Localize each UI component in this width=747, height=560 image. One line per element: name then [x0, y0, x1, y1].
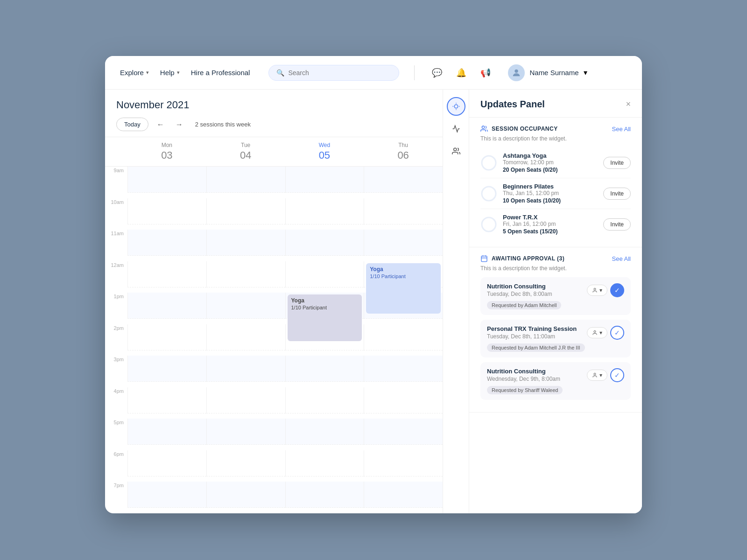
explore-chevron-icon: ▾: [146, 70, 149, 76]
svg-point-20: [594, 373, 596, 375]
time-cell-0-0[interactable]: [127, 167, 206, 193]
time-cell-0-4[interactable]: [127, 293, 206, 319]
close-updates-button[interactable]: ×: [626, 99, 631, 109]
prev-week-button[interactable]: ←: [154, 119, 167, 131]
chart-icon-button[interactable]: [447, 119, 465, 138]
occupancy-info-2: Power T.R.X Fri, Jan 16, 12:00 pm 5 Open…: [503, 214, 598, 235]
nav-hire-professional[interactable]: Hire a Professional: [191, 69, 250, 77]
time-cell-2-1[interactable]: [285, 198, 364, 224]
nav-explore[interactable]: Explore ▾: [120, 69, 149, 77]
time-cell-3-0[interactable]: [364, 167, 443, 193]
approve-outline-button-1[interactable]: ✓: [610, 326, 624, 340]
time-gutter: [105, 137, 127, 166]
time-cell-0-6[interactable]: [127, 356, 206, 382]
time-cell-0-7[interactable]: [127, 387, 206, 413]
time-cell-3-6[interactable]: [364, 356, 443, 382]
time-cell-3-10[interactable]: [364, 482, 443, 508]
time-cell-1-5[interactable]: [206, 324, 285, 350]
invite-button-0[interactable]: Invite: [603, 157, 631, 169]
approval-card-0-actions: ▾ ✓: [587, 283, 624, 297]
time-cell-1-0[interactable]: [206, 167, 285, 193]
svg-point-12: [482, 217, 496, 231]
approval-card-2-actions: ▾ ✓: [587, 368, 624, 382]
occupancy-item-1: Beginners Pilates Thu, Jan 15, 12:00 pm …: [480, 178, 631, 209]
session-occupancy-description: This is a description for the widget.: [480, 135, 631, 142]
session-occupancy-see-all[interactable]: See All: [612, 126, 631, 133]
approval-person-button-0[interactable]: ▾: [587, 285, 607, 296]
time-cell-2-7[interactable]: [285, 387, 364, 413]
awaiting-approval-see-all[interactable]: See All: [612, 255, 631, 262]
time-cell-3-3[interactable]: Yoga1/10 Participant: [364, 261, 443, 287]
time-cell-2-2[interactable]: [285, 230, 364, 256]
chat-icon[interactable]: 💬: [430, 65, 444, 80]
user-chevron-icon: ▾: [584, 68, 587, 77]
time-cell-2-0[interactable]: [285, 167, 364, 193]
bulb-icon-button[interactable]: [447, 97, 465, 116]
time-cell-0-1[interactable]: [127, 198, 206, 224]
time-cell-1-6[interactable]: [206, 356, 285, 382]
time-cell-2-6[interactable]: [285, 356, 364, 382]
svg-point-19: [594, 330, 596, 332]
time-cell-2-4[interactable]: Yoga1/10 Participant: [285, 293, 364, 319]
time-cell-2-9[interactable]: [285, 450, 364, 476]
occupancy-progress-1: [480, 185, 497, 202]
people-icon-button[interactable]: [447, 142, 465, 161]
time-cell-0-5[interactable]: [127, 324, 206, 350]
time-cell-0-2[interactable]: [127, 230, 206, 256]
time-cell-1-8[interactable]: [206, 419, 285, 445]
invite-button-2[interactable]: Invite: [603, 218, 631, 231]
approval-card-1: Personal TRX Training Session Tuesday, D…: [480, 320, 631, 357]
svg-rect-14: [481, 256, 487, 262]
time-cell-3-7[interactable]: [364, 387, 443, 413]
time-cell-1-10[interactable]: [206, 482, 285, 508]
time-cell-1-7[interactable]: [206, 387, 285, 413]
svg-point-8: [482, 156, 496, 170]
time-label-1pm: 1pm: [105, 293, 127, 319]
sidebar-icons: [443, 90, 469, 513]
time-cell-2-10[interactable]: [285, 482, 364, 508]
time-cell-3-8[interactable]: [364, 419, 443, 445]
approve-outline-button-2[interactable]: ✓: [610, 368, 624, 382]
person-icon: [592, 372, 598, 378]
search-input[interactable]: [288, 69, 391, 77]
time-grid: 9am10am11am12amYoga1/10 Participant1pmYo…: [105, 167, 443, 513]
calendar-area: November 2021 Today ← → 2 sessions this …: [105, 90, 443, 513]
user-profile[interactable]: Name Surname ▾: [508, 64, 587, 81]
event-yoga-wed[interactable]: Yoga1/10 Participant: [288, 294, 362, 341]
help-chevron-icon: ▾: [177, 70, 180, 76]
today-button[interactable]: Today: [116, 118, 148, 131]
time-cell-0-10[interactable]: [127, 482, 206, 508]
time-cell-2-8[interactable]: [285, 419, 364, 445]
next-week-button[interactable]: →: [173, 119, 186, 131]
time-cell-3-1[interactable]: [364, 198, 443, 224]
time-cell-0-8[interactable]: [127, 419, 206, 445]
svg-point-10: [482, 187, 496, 201]
time-cell-1-2[interactable]: [206, 230, 285, 256]
time-cell-3-5[interactable]: [364, 324, 443, 350]
nav-help[interactable]: Help ▾: [160, 69, 180, 77]
updates-panel-header: Updates Panel ×: [469, 90, 642, 118]
user-name: Name Surname: [529, 69, 578, 77]
time-cell-1-1[interactable]: [206, 198, 285, 224]
invite-button-1[interactable]: Invite: [603, 188, 631, 200]
event-yoga-thu[interactable]: Yoga1/10 Participant: [366, 263, 441, 314]
time-cell-0-9[interactable]: [127, 450, 206, 476]
approval-card-1-actions: ▾ ✓: [587, 326, 624, 340]
day-tue: Tue 04: [206, 137, 285, 166]
time-cell-1-3[interactable]: [206, 261, 285, 287]
sessions-info: 2 sessions this week: [195, 121, 251, 128]
megaphone-icon[interactable]: 📢: [478, 65, 493, 80]
bell-icon[interactable]: 🔔: [454, 65, 469, 80]
session-occupancy-header: SESSION OCCUPANCY See All: [480, 125, 631, 133]
time-cell-0-3[interactable]: [127, 261, 206, 287]
time-cell-1-9[interactable]: [206, 450, 285, 476]
approval-person-button-2[interactable]: ▾: [587, 370, 607, 381]
approval-person-button-1[interactable]: ▾: [587, 327, 607, 338]
time-cell-3-9[interactable]: [364, 450, 443, 476]
time-cell-2-3[interactable]: [285, 261, 364, 287]
time-cell-1-4[interactable]: [206, 293, 285, 319]
updates-panel-title: Updates Panel: [480, 99, 545, 110]
approve-filled-button-0[interactable]: ✓: [610, 283, 624, 297]
person-icon: [592, 287, 598, 293]
time-cell-3-2[interactable]: [364, 230, 443, 256]
